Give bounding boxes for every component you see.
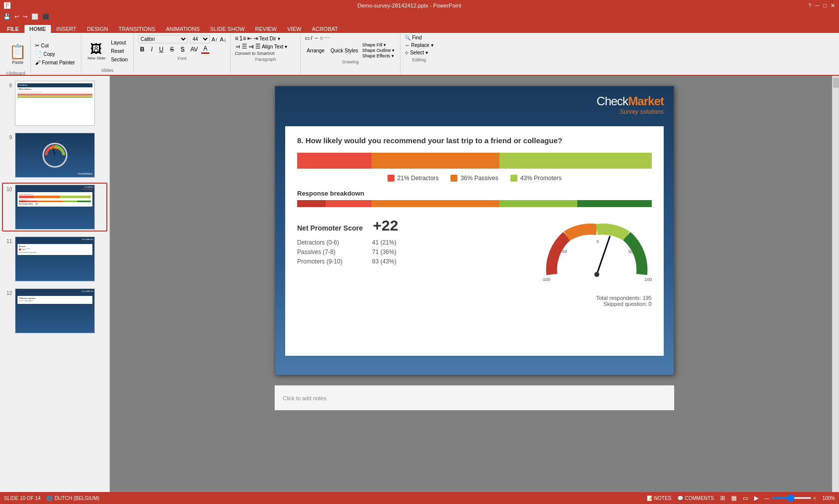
minimize-btn[interactable]: ─ (816, 2, 820, 9)
slide-thumb-10[interactable]: 10 CheckMarketSurvey solutions 8. How li… (2, 183, 107, 232)
shape-rect[interactable]: ▭ (305, 35, 310, 41)
normal-view-btn[interactable]: ⊞ (720, 495, 725, 502)
tab-home[interactable]: HOME (24, 25, 51, 33)
bold-button[interactable]: B (138, 45, 147, 54)
font-increase-btn[interactable]: A↑ (212, 36, 218, 42)
char-space-button[interactable]: AV (188, 45, 200, 53)
italic-button[interactable]: I (148, 45, 155, 54)
total-respondents: Total respondents: 195 (297, 295, 652, 301)
tab-review[interactable]: REVIEW (250, 25, 282, 33)
bar-passives (372, 153, 499, 169)
qat-more[interactable]: ⬛ (41, 13, 51, 20)
zoom-range-input[interactable] (772, 497, 812, 499)
tab-animations[interactable]: ANIMATIONS (161, 25, 205, 33)
font-size-select[interactable]: 44 (190, 35, 210, 43)
qat-undo[interactable]: ↩ (13, 13, 20, 20)
section-button[interactable]: Section (109, 56, 129, 63)
justify-btn[interactable]: ☰ (255, 43, 261, 50)
shape-arrow[interactable]: → (313, 35, 319, 41)
slide-canvas[interactable]: CheckMarket Survey solutions 8. How like… (275, 86, 674, 375)
cut-button[interactable]: ✂Cut (34, 42, 76, 49)
editing-group-label: Editing (405, 57, 433, 62)
shape-line[interactable]: / (311, 35, 312, 41)
find-button[interactable]: 🔍Find (405, 35, 433, 40)
svg-text:-50: -50 (560, 249, 567, 254)
align-left-btn[interactable]: ⫤ (235, 43, 241, 50)
convert-smartart-btn[interactable]: Convert to SmartArt (235, 51, 296, 56)
clipboard-group-label: Clipboard (6, 71, 25, 76)
tab-transitions[interactable]: TRANSITIONS (113, 25, 160, 33)
tab-file[interactable]: FILE (2, 25, 24, 33)
qat-save[interactable]: 💾 (2, 13, 12, 20)
slide-num-8: 8 (4, 83, 12, 88)
detractors-row: Detractors (0-6) 41 (21%) (297, 239, 532, 246)
slide-thumb-8[interactable]: 8 CheckMarket 7. Which attributes... (2, 79, 107, 128)
underline-button[interactable]: U (157, 45, 166, 54)
decrease-indent-btn[interactable]: ⇤ (247, 35, 252, 42)
status-bar: SLIDE 10 OF 14 🌐 DUTCH (BELGIUM) 📝 NOTES… (0, 492, 839, 504)
format-painter-button[interactable]: 🖌Format Painter (34, 59, 76, 66)
tab-insert[interactable]: INSERT (51, 25, 81, 33)
slideshow-btn[interactable]: ▶ (754, 495, 759, 502)
shape-more[interactable]: ⋯ (324, 35, 330, 41)
slide-sorter-btn[interactable]: ▦ (731, 495, 737, 502)
quick-styles-button[interactable]: Quick Styles (329, 47, 361, 54)
new-slide-button[interactable]: 🖼 New Slide (85, 41, 107, 61)
shape-effects-btn[interactable]: Shape Effects ▾ (362, 53, 395, 58)
reset-button[interactable]: Reset (109, 48, 129, 54)
shadow-button[interactable]: S (178, 45, 187, 54)
detractors-value: 41 (21%) (372, 239, 397, 246)
tab-acrobat[interactable]: ACROBAT (307, 25, 343, 33)
layout-button[interactable]: Layout (109, 39, 129, 46)
slides-group: 🖼 New Slide Layout Reset Section Slides (81, 34, 133, 74)
font-color-button[interactable]: A (201, 44, 209, 54)
legend-promoters: 43% Promoters (510, 175, 562, 182)
language-indicator: 🌐 DUTCH (BELGIUM) (46, 496, 99, 501)
reading-view-btn[interactable]: ▭ (743, 495, 748, 502)
align-center-btn[interactable]: ☰ (242, 43, 247, 50)
svg-text:0: 0 (596, 239, 599, 244)
notes-area[interactable]: Click to add notes (275, 385, 674, 410)
shape-oval[interactable]: ○ (320, 35, 323, 41)
numbering-button[interactable]: 1≡ (239, 35, 246, 42)
tab-view[interactable]: VIEW (282, 25, 306, 33)
legend-passives: 36% Passives (450, 175, 498, 182)
align-right-btn[interactable]: ⫥ (248, 43, 254, 50)
arrange-button[interactable]: Arrange (305, 47, 327, 54)
paragraph-group: ≡ 1≡ ⇤ ⇥ Text Dir ▾ ⫤ ☰ ⫥ ☰ Align Text ▾… (231, 34, 301, 74)
notes-status-btn[interactable]: 📝 NOTES (647, 496, 671, 501)
drawing-group-label: Drawing (305, 59, 396, 64)
copy-button[interactable]: 📄Copy (34, 50, 76, 58)
font-family-select[interactable]: Calibri (138, 35, 188, 43)
strikethrough-button[interactable]: S (167, 45, 176, 54)
slide-thumb-12[interactable]: 12 CheckMarket 9. Rate your experience h… (2, 286, 107, 335)
align-text-btn[interactable]: Align Text ▾ (262, 44, 287, 49)
paste-button[interactable]: 📋 Paste (5, 35, 31, 73)
select-button[interactable]: ⊹Select ▾ (405, 50, 433, 55)
right-scrollbar[interactable] (832, 76, 839, 492)
shape-fill-btn[interactable]: Shape Fill ▾ (362, 42, 395, 47)
text-direction-btn[interactable]: Text Dir ▾ (259, 36, 280, 41)
tab-slideshow[interactable]: SLIDE SHOW (205, 25, 250, 33)
slide-num-9: 9 (4, 135, 12, 140)
checkmarket-logo: CheckMarket Survey solutions (597, 94, 664, 115)
tab-design[interactable]: DESIGN (82, 25, 113, 33)
close-btn[interactable]: ✕ (831, 2, 835, 9)
slide-num-12: 12 (4, 290, 12, 296)
zoom-slider[interactable]: — + (765, 496, 817, 501)
shape-outline-btn[interactable]: Shape Outline ▾ (362, 48, 395, 53)
main-bar-chart (297, 153, 652, 169)
qat-extra[interactable]: ⬜ (30, 13, 40, 20)
replace-button[interactable]: ↔Replace ▾ (405, 42, 433, 48)
slide-num-11: 11 (4, 239, 12, 244)
font-decrease-btn[interactable]: A↓ (220, 36, 226, 42)
increase-indent-btn[interactable]: ⇥ (253, 35, 258, 42)
help-btn[interactable]: ? (808, 2, 811, 9)
maximize-btn[interactable]: □ (823, 2, 827, 9)
logo-check: Check (597, 94, 628, 108)
bullets-button[interactable]: ≡ (235, 35, 238, 42)
qat-redo[interactable]: ↪ (21, 13, 29, 20)
comments-status-btn[interactable]: 💬 COMMENTS (677, 496, 714, 501)
slide-thumb-11[interactable]: 11 CheckMarket Answers hotel *** **** La… (2, 235, 107, 283)
slide-thumb-9[interactable]: 9 CheckMarket (2, 131, 107, 180)
